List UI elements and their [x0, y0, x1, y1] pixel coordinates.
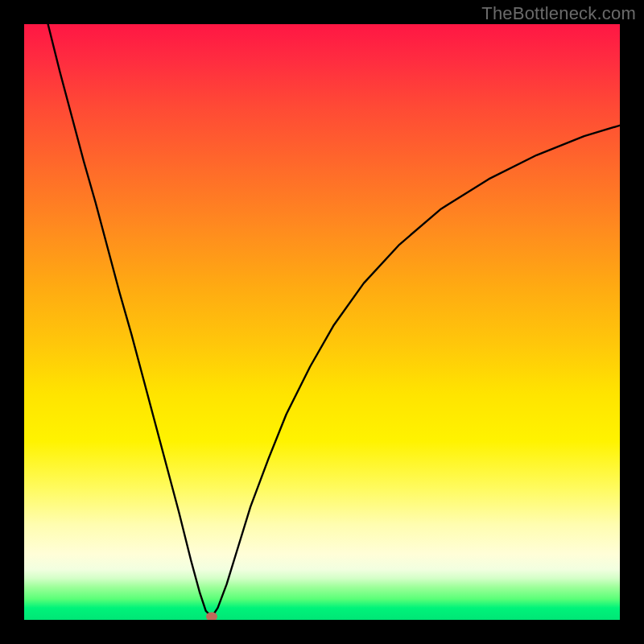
plot-area	[24, 24, 620, 620]
watermark-text: TheBottleneck.com	[481, 3, 636, 24]
figure-frame: TheBottleneck.com	[0, 0, 644, 644]
optimal-point-marker	[206, 613, 217, 620]
bottleneck-curve	[48, 24, 620, 617]
curve-svg	[24, 24, 620, 620]
